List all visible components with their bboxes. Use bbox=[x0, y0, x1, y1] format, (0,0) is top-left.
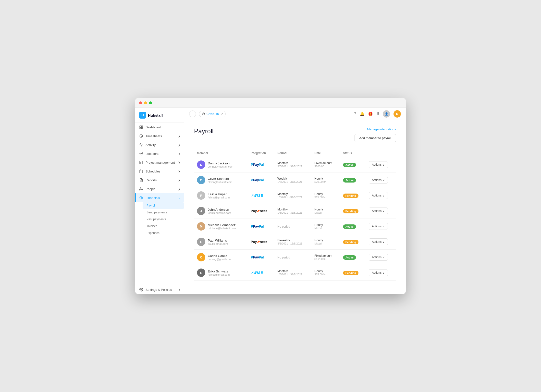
member-avatar: O bbox=[197, 176, 205, 184]
member-email: paul@gmail.com bbox=[208, 242, 228, 245]
sidebar-item-activity[interactable]: Activity ❯ bbox=[135, 140, 184, 149]
rate-type: Fixed amount bbox=[314, 254, 337, 257]
integration-cell: PPayPal bbox=[248, 250, 274, 265]
manage-integrations-link[interactable]: Manage integrations bbox=[367, 127, 396, 131]
period-type: Monthly bbox=[277, 161, 308, 165]
sidebar-item-project-management[interactable]: Project management ❯ bbox=[135, 158, 184, 167]
financials-icon bbox=[139, 196, 143, 200]
period-type: Monthly bbox=[277, 192, 308, 196]
page-content: Payroll Manage integrations Add member t… bbox=[184, 120, 406, 294]
rate-cell: Hourly Mixed bbox=[311, 219, 340, 234]
svg-rect-9 bbox=[140, 170, 143, 173]
timer-badge[interactable]: ⏱ 02:44:15 ↗ bbox=[199, 111, 226, 117]
col-period: Period bbox=[274, 149, 311, 157]
rate-value: $1,200.00 bbox=[314, 257, 337, 260]
actions-chevron: ∨ bbox=[382, 256, 385, 259]
hubstaff-logo-icon: H bbox=[139, 112, 146, 119]
close-button[interactable] bbox=[139, 101, 142, 104]
member-cell: E Erika Schwarz felicia@gmail.com bbox=[197, 269, 245, 277]
locations-chevron: ❯ bbox=[178, 152, 180, 155]
member-email: donny@hubstaff.com bbox=[208, 165, 233, 168]
sub-nav-payroll[interactable]: Payroll bbox=[143, 202, 184, 209]
actions-label: Actions bbox=[372, 209, 381, 213]
actions-button[interactable]: Actions ∨ bbox=[369, 238, 388, 245]
actions-label: Actions bbox=[372, 194, 381, 197]
sidebar-item-locations[interactable]: Locations ❯ bbox=[135, 149, 184, 158]
member-name: Oliver Stanford bbox=[208, 177, 232, 181]
member-name: Michelle Fernandez bbox=[208, 223, 236, 227]
table-header-row: Member Integration Period Rate Status bbox=[194, 149, 396, 157]
period-none: No period bbox=[277, 256, 290, 259]
sidebar-item-settings[interactable]: Settings & Policies ❯ bbox=[135, 285, 184, 294]
actions-cell: Actions ∨ bbox=[366, 219, 396, 234]
add-member-button[interactable]: Add member to payroll bbox=[355, 134, 396, 142]
page-header-actions: Manage integrations Add member to payrol… bbox=[355, 127, 396, 142]
actions-button[interactable]: Actions ∨ bbox=[369, 192, 388, 199]
table-row: E Erika Schwarz felicia@gmail.com ↗WISE … bbox=[194, 265, 396, 281]
actions-button[interactable]: Actions ∨ bbox=[369, 161, 388, 168]
status-cell: Pending bbox=[340, 203, 366, 219]
sidebar-item-dashboard[interactable]: Dashboard bbox=[135, 123, 184, 132]
sub-nav-past-payments[interactable]: Past payments bbox=[143, 216, 184, 223]
member-avatar: C bbox=[197, 253, 205, 261]
actions-cell: Actions ∨ bbox=[366, 250, 396, 265]
grid-icon[interactable]: ⠿ bbox=[376, 111, 379, 116]
rate-value: Mixed bbox=[314, 211, 337, 214]
payroll-table: Member Integration Period Rate Status D … bbox=[194, 149, 396, 281]
table-row: J John Anderson john@hubstaff.com Pay✕ne… bbox=[194, 203, 396, 219]
timer-icon: ⏱ bbox=[202, 112, 205, 116]
sub-nav-invoices[interactable]: Invoices bbox=[143, 223, 184, 230]
period-dates: 3/5/2021 - 16/5/2021 bbox=[277, 242, 308, 245]
sidebar: H Hubstaff Dashboard Timesheets ❯ Activi… bbox=[135, 108, 184, 294]
status-cell: Active bbox=[340, 157, 366, 172]
sidebar-item-people[interactable]: People ❯ bbox=[135, 184, 184, 193]
sidebar-item-timesheets[interactable]: Timesheets ❯ bbox=[135, 132, 184, 140]
minimize-button[interactable] bbox=[144, 101, 147, 104]
member-email: michelle@hubstaff.com bbox=[208, 227, 236, 230]
status-cell: Pending bbox=[340, 265, 366, 281]
svg-point-5 bbox=[141, 153, 142, 154]
status-badge: Active bbox=[343, 255, 356, 260]
help-icon[interactable]: ? bbox=[354, 112, 356, 116]
member-email: felicia@gmail.com bbox=[208, 196, 230, 199]
back-button[interactable]: ← bbox=[189, 110, 196, 117]
status-badge: Pending bbox=[343, 194, 358, 198]
financials-chevron: ⌄ bbox=[178, 196, 180, 199]
rate-type: Hourly bbox=[314, 208, 337, 211]
actions-chevron: ∨ bbox=[382, 194, 385, 197]
activity-label: Activity bbox=[146, 143, 156, 147]
actions-label: Actions bbox=[372, 240, 381, 244]
user-initial-badge[interactable]: K bbox=[393, 110, 401, 118]
actions-cell: Actions ∨ bbox=[366, 265, 396, 281]
rate-value: $15.00/hr bbox=[314, 196, 337, 199]
actions-cell: Actions ∨ bbox=[366, 188, 396, 203]
top-header: ← ⏱ 02:44:15 ↗ ? 🔔 🎁 ⠿ 👤 K bbox=[184, 108, 406, 120]
actions-chevron: ∨ bbox=[382, 209, 385, 213]
actions-button[interactable]: Actions ∨ bbox=[369, 208, 388, 214]
period-type: Monthly bbox=[277, 208, 308, 211]
actions-button[interactable]: Actions ∨ bbox=[369, 223, 388, 230]
sub-nav-send-payments[interactable]: Send payments bbox=[143, 209, 184, 216]
integration-cell: Pay✕neer bbox=[248, 203, 274, 219]
period-dates: 1/5/2021 - 31/5/2021 bbox=[277, 273, 308, 276]
sidebar-item-reports[interactable]: Reports ❯ bbox=[135, 176, 184, 184]
schedules-label: Schedules bbox=[146, 170, 160, 173]
actions-button[interactable]: Actions ∨ bbox=[369, 177, 388, 184]
actions-button[interactable]: Actions ∨ bbox=[369, 254, 388, 261]
gift-icon[interactable]: 🎁 bbox=[368, 111, 373, 116]
actions-button[interactable]: Actions ∨ bbox=[369, 269, 388, 276]
sub-nav-expenses[interactable]: Expenses bbox=[143, 230, 184, 236]
period-cell: No period bbox=[274, 219, 311, 234]
member-email: felicia@gmail.com bbox=[208, 273, 230, 276]
notifications-icon[interactable]: 🔔 bbox=[360, 111, 365, 116]
sidebar-item-financials[interactable]: Financials ⌄ bbox=[135, 193, 184, 202]
sidebar-item-schedules[interactable]: Schedules ❯ bbox=[135, 167, 184, 176]
titlebar bbox=[135, 98, 406, 108]
period-dates: 1/5/2021 - 31/5/2021 bbox=[277, 211, 308, 214]
actions-chevron: ∨ bbox=[382, 163, 385, 166]
user-avatar[interactable]: 👤 bbox=[383, 110, 390, 118]
people-icon bbox=[139, 187, 143, 191]
activity-chevron: ❯ bbox=[178, 144, 180, 146]
maximize-button[interactable] bbox=[149, 101, 152, 104]
period-dates: 3/5/2021 - 31/5/2021 bbox=[277, 165, 308, 168]
